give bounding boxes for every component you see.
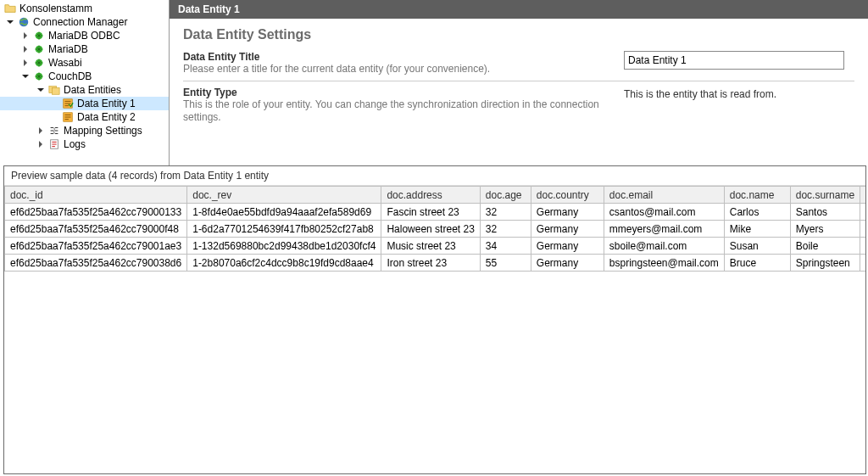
table-cell: sboile@mail.com <box>604 238 724 255</box>
table-cell: 1-6d2a7701254639f417fb80252cf27ab8 <box>187 221 381 238</box>
connection-icon <box>32 42 46 56</box>
table-cell: Fascin street 23 <box>381 204 480 221</box>
table-cell: 1-2b8070a6cf2c4dcc9b8c19fd9cd8aae4 <box>187 255 381 272</box>
table-cell: ef6d25baa7fa <box>860 255 865 272</box>
tree-logs[interactable]: Logs <box>0 137 169 151</box>
tree-root[interactable]: Konsolenstamm <box>0 2 169 15</box>
table-cell: Germany <box>531 221 604 238</box>
column-header[interactable]: id <box>860 187 865 204</box>
logs-icon <box>47 137 61 151</box>
tree-label: Data Entity 2 <box>77 110 136 124</box>
tree-label: Data Entity 1 <box>77 97 136 110</box>
table-cell: ef6d25baa7fa535f25a462cc790038d6 <box>5 255 187 272</box>
preview-panel: Preview sample data (4 records) from Dat… <box>3 165 866 474</box>
table-cell: 32 <box>480 221 531 238</box>
table-cell: Boile <box>790 238 860 255</box>
main-panel: Data Entity 1 Data Entity Settings Data … <box>170 0 868 165</box>
table-cell: Germany <box>531 255 604 272</box>
chevron-right-icon[interactable] <box>20 58 31 68</box>
mapping-icon <box>47 124 61 137</box>
table-cell: 55 <box>480 255 531 272</box>
tree-data-entities[interactable]: Data Entities <box>0 83 169 97</box>
table-cell: mmeyers@mail.com <box>604 221 724 238</box>
column-header[interactable]: doc.country <box>531 187 604 204</box>
table-row[interactable]: ef6d25baa7fa535f25a462cc790038d61-2b8070… <box>5 255 866 272</box>
column-header[interactable]: doc.name <box>724 187 790 204</box>
table-cell: Carlos <box>724 204 790 221</box>
column-header[interactable]: doc.address <box>381 187 480 204</box>
table-cell: 34 <box>480 238 531 255</box>
table-row[interactable]: ef6d25baa7fa535f25a462cc79000f481-6d2a77… <box>5 221 866 238</box>
setting-title-desc: Please enter a title for the current dat… <box>183 63 607 76</box>
table-cell: Iron street 23 <box>381 255 480 272</box>
table-cell: ef6d25baa7fa <box>860 221 865 238</box>
table-cell: ef6d25baa7fa535f25a462cc79000133 <box>5 204 187 221</box>
table-cell: Bruce <box>724 255 790 272</box>
table-cell: ef6d25baa7fa535f25a462cc79000f48 <box>5 221 187 238</box>
column-header[interactable]: doc.surname <box>790 187 860 204</box>
entity-icon <box>61 97 75 110</box>
chevron-down-icon[interactable] <box>20 71 31 81</box>
setting-type-label: Entity Type <box>183 87 607 98</box>
chevron-right-icon[interactable] <box>20 31 31 41</box>
tree-data-entity[interactable]: Data Entity 1 <box>0 97 169 110</box>
table-row[interactable]: ef6d25baa7fa535f25a462cc790001331-8fd4e0… <box>5 204 866 221</box>
tree-label: Wasabi <box>48 56 82 70</box>
table-cell: Myers <box>790 221 860 238</box>
table-cell: Susan <box>724 238 790 255</box>
tree-label: CouchDB <box>48 70 92 83</box>
table-cell: 1-8fd4e0ae55bdfd9a94aaaf2efa589d69 <box>187 204 381 221</box>
tree-label: MariaDB <box>48 42 88 56</box>
column-header[interactable]: doc._id <box>5 187 187 204</box>
setting-title-label: Data Entity Title <box>183 51 607 63</box>
tree-label: MariaDB ODBC <box>48 29 120 42</box>
tree-connection[interactable]: CouchDB <box>0 70 169 83</box>
tree-label: Mapping Settings <box>64 124 142 137</box>
connection-icon <box>32 70 46 83</box>
tree-connection[interactable]: MariaDB ODBC <box>0 29 169 42</box>
panel-titlebar: Data Entity 1 <box>170 0 868 19</box>
divider <box>183 81 854 81</box>
setting-type-desc: This is the role of your entity. You can… <box>183 98 607 124</box>
tree-connection[interactable]: MariaDB <box>0 42 169 56</box>
table-cell: 1-132d569880bc2d99438dbe1d2030fcf4 <box>187 238 381 255</box>
column-header[interactable]: doc.email <box>604 187 724 204</box>
chevron-right-icon[interactable] <box>20 44 31 54</box>
entity-role-text: This is the entity that is read from. <box>624 87 776 100</box>
column-header[interactable]: doc.age <box>480 187 531 204</box>
connection-icon <box>32 29 46 42</box>
connection-icon <box>32 56 46 70</box>
table-row[interactable]: ef6d25baa7fa535f25a462cc79001ae31-132d56… <box>5 238 866 255</box>
table-cell: ef6d25baa7fa535f25a462cc79001ae3 <box>5 238 187 255</box>
chevron-down-icon[interactable] <box>5 17 15 27</box>
folder-icon <box>3 2 17 15</box>
table-cell: Germany <box>531 204 604 221</box>
preview-grid[interactable]: doc._iddoc._revdoc.addressdoc.agedoc.cou… <box>4 186 865 272</box>
table-cell: 32 <box>480 204 531 221</box>
entities-icon <box>47 83 61 97</box>
preview-header: Preview sample data (4 records) from Dat… <box>4 166 865 186</box>
table-cell: Springsteen <box>790 255 860 272</box>
settings-heading: Data Entity Settings <box>183 27 854 42</box>
chevron-down-icon[interactable] <box>36 85 46 95</box>
column-header[interactable]: doc._rev <box>187 187 381 204</box>
entity-title-input[interactable] <box>624 51 844 70</box>
tree-connection-manager[interactable]: Connection Manager <box>0 15 169 29</box>
table-cell: ef6d25baa7fa <box>860 238 865 255</box>
globe-icon <box>17 15 31 29</box>
table-cell: Haloween street 23 <box>381 221 480 238</box>
entity-icon <box>61 110 75 124</box>
chevron-right-icon[interactable] <box>36 139 46 149</box>
tree-connection[interactable]: Wasabi <box>0 56 169 70</box>
tree-data-entity[interactable]: Data Entity 2 <box>0 110 169 124</box>
tree-mapping-settings[interactable]: Mapping Settings <box>0 124 169 137</box>
table-cell: Mike <box>724 221 790 238</box>
preview-grid-scroll[interactable]: doc._iddoc._revdoc.addressdoc.agedoc.cou… <box>4 186 865 473</box>
table-cell: ef6d25baa7fa <box>860 204 865 221</box>
tree-label: Connection Manager <box>33 15 127 29</box>
chevron-right-icon[interactable] <box>36 126 46 136</box>
navigation-tree[interactable]: Konsolenstamm Connection Manager MariaDB… <box>0 0 170 165</box>
tree-label: Logs <box>64 137 86 151</box>
table-cell: Santos <box>790 204 860 221</box>
panel-title: Data Entity 1 <box>178 3 240 15</box>
